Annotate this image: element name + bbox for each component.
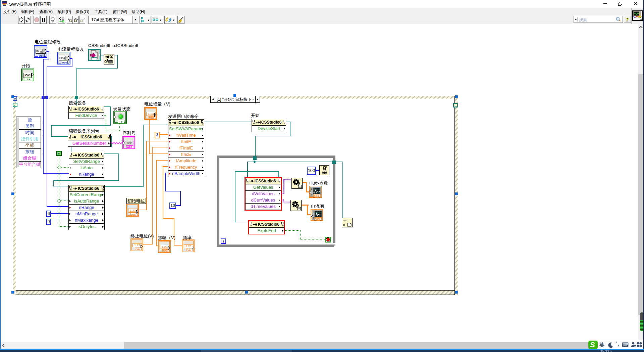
svg-text:#/#: #/# [343, 219, 347, 222]
svg-text:0: 0 [104, 59, 107, 64]
svg-text:c: c [343, 223, 345, 227]
svg-text:1: 1 [640, 16, 642, 20]
